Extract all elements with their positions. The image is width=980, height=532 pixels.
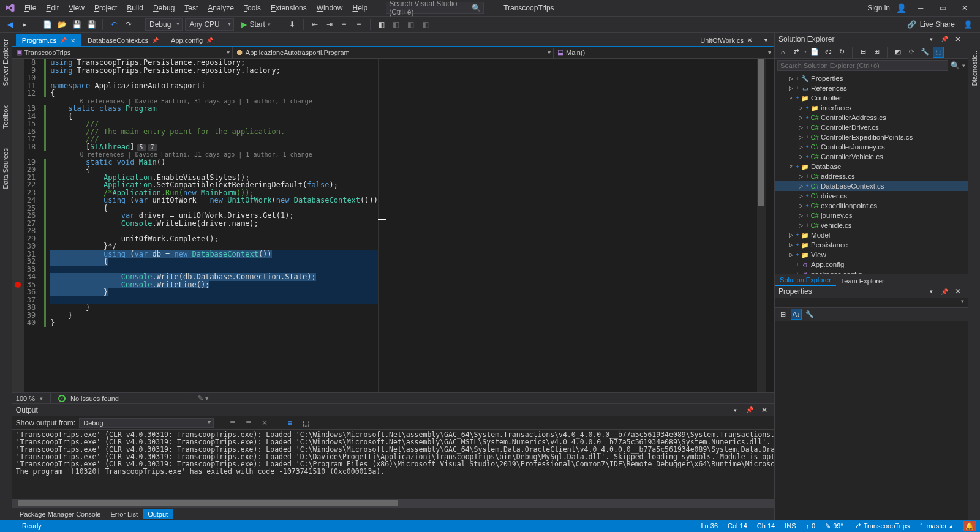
properties-grid[interactable] [775,321,968,520]
se-close-button[interactable]: ✕ [952,33,964,45]
output-close-button[interactable]: ✕ [758,404,771,416]
redo-button[interactable]: ↷ [123,18,135,31]
bottom-tab-error-list[interactable]: Error List [106,509,143,519]
prop-close-button[interactable]: ✕ [952,285,964,298]
tree-item-journey-cs[interactable]: ▷+C#journey.cs [775,211,968,220]
status-temp[interactable]: ✎ 99° [825,522,843,530]
close-icon[interactable]: ✕ [747,37,752,43]
expander-icon[interactable]: ▷ [797,183,804,189]
se-pin-button[interactable]: 📌 [938,33,951,45]
tree-item-driver-cs[interactable]: ▷+C#driver.cs [775,191,968,201]
expander-icon[interactable]: ▷ [797,154,804,160]
prop-dropdown-button[interactable]: ▾ [925,285,937,298]
expander-icon[interactable]: ▷ [797,173,804,179]
expander-icon[interactable]: ▷ [797,134,804,140]
close-icon[interactable]: ✕ [70,37,75,44]
indent-out-button[interactable]: ⇤ [309,18,321,31]
menu-test[interactable]: Test [179,1,203,15]
comment-button[interactable]: ≡ [338,18,350,31]
output-text[interactable]: 'TranscoopTrips.exe' (CLR v4.0.30319: Tr… [12,430,774,499]
se-track-button[interactable]: ⬚ [933,47,944,58]
se-switch-button[interactable]: ⇄ [791,47,802,58]
rail-diagnostics[interactable]: Diagnostic... [970,45,979,90]
expander-icon[interactable]: ▷ [787,242,794,248]
zoom-combo[interactable]: 100 % [16,395,35,402]
explorer-tab-team-explorer[interactable]: Team Explorer [836,276,889,286]
overview-ruler[interactable] [378,59,386,392]
output-tool-button[interactable]: ⬚ [300,417,312,429]
pen-icon[interactable]: ✎ ▾ [198,394,209,402]
save-button[interactable]: 💾 [70,18,83,31]
menu-build[interactable]: Build [122,1,148,15]
prop-cat-button[interactable]: ⊞ [777,309,788,320]
sign-in-link[interactable]: Sign in [867,4,890,12]
new-project-button[interactable]: 📄 [41,18,53,31]
se-showall-button[interactable]: ⊞ [871,47,882,58]
live-share-button[interactable]: Live Share [920,20,955,29]
expander-icon[interactable]: ▷ [797,124,804,130]
tree-item-databasecontext-cs[interactable]: ▷+C#DatabaseContext.cs [775,181,968,191]
pin-icon[interactable]: 📌 [206,37,213,43]
nav-fwd-button[interactable]: ▸ [18,18,31,31]
expander-icon[interactable]: ▷ [787,232,794,238]
nav-class-combo[interactable]: 🞦ApplicazioneAutotrasporti.Program [233,48,554,58]
prop-pin-button[interactable]: 📌 [938,285,951,298]
tab-unitofwork-cs[interactable]: UnitOfWork.cs✕ [694,34,758,46]
se-dropdown-button[interactable]: ▾ [925,33,937,45]
se-props-button[interactable]: 🔧 [919,47,930,58]
output-pin-button[interactable]: 📌 [744,404,756,416]
se-preview-button[interactable]: ⟳ [906,47,917,58]
bottom-tab-output[interactable]: Output [143,509,173,519]
tree-item-interfaces[interactable]: ▷+📁interfaces [775,103,968,113]
output-horizontal-scrollbar[interactable] [12,499,774,508]
status-publish[interactable]: ↑ 0 [806,522,816,530]
expander-icon[interactable]: ▷ [787,252,794,258]
menu-view[interactable]: View [64,1,89,15]
tab-overflow-button[interactable]: ▾ [760,34,772,46]
solution-explorer-search[interactable]: 🔍▾ [775,59,968,72]
tree-item-controllerexpeditionpoints-cs[interactable]: ▷+C#ControllerExpeditionPoints.cs [775,132,968,142]
undo-button[interactable]: ↶ [108,18,120,31]
menu-analyze[interactable]: Analyze [203,1,239,15]
save-all-button[interactable]: 💾 [85,18,97,31]
nav-back-button[interactable]: ◀ [4,18,16,31]
se-collapse-button[interactable]: ⊟ [858,47,869,58]
pin-icon[interactable]: 📌 [152,37,159,43]
start-debug-button[interactable]: ▶Start▾ [236,19,275,30]
feedback-icon[interactable]: 👤 [963,20,973,29]
menu-tools[interactable]: Tools [239,1,266,15]
status-branch[interactable]: ᚶ master ▴ [919,522,953,530]
explorer-tab-solution-explorer[interactable]: Solution Explorer [775,275,836,286]
expander-icon[interactable]: ▿ [787,95,794,101]
rail-toolbox[interactable]: Toolbox [1,102,10,132]
breakpoint-icon[interactable] [15,282,21,288]
open-file-button[interactable]: 📂 [56,18,68,31]
output-source-combo[interactable]: Debug [79,418,214,428]
user-icon[interactable]: 👤 [896,3,907,13]
expander-icon[interactable]: ▷ [797,193,804,199]
solution-platform-combo[interactable]: Any CPU [185,18,234,31]
menu-project[interactable]: Project [89,1,122,15]
tree-item-controller[interactable]: ▿+📁Controller [775,93,968,103]
indent-in-button[interactable]: ⇥ [323,18,336,31]
tree-item-address-cs[interactable]: ▷+C#address.cs [775,171,968,181]
expander-icon[interactable]: ▷ [797,105,804,111]
rail-server-explorer[interactable]: Server Explorer [1,36,10,89]
output-clear-button[interactable]: ✕ [258,417,271,429]
tab-databasecontext-cs[interactable]: DatabaseContext.cs📌 [81,34,165,46]
bottom-tab-package-manager-console[interactable]: Package Manager Console [15,509,106,519]
tree-item-controllerjourney-cs[interactable]: ▷+C#ControllerJourney.cs [775,142,968,152]
tree-item-controllervehicle-cs[interactable]: ▷+C#ControllerVehicle.cs [775,152,968,162]
status-notifications-icon[interactable]: 🔔 [963,521,976,531]
nav-member-combo[interactable]: ⬓Main() [554,47,774,58]
menu-file[interactable]: File [20,1,41,15]
expander-icon[interactable]: ▷ [787,85,794,91]
editor-vertical-scrollbar[interactable] [757,59,766,392]
pin-icon[interactable]: 📌 [60,37,67,43]
expander-icon[interactable]: ▷ [787,75,794,81]
output-find-button[interactable]: ≣ [227,417,239,429]
step-button[interactable]: ⬇ [286,18,298,31]
tree-item-model[interactable]: ▷+📁Model [775,230,968,240]
tree-item-controllerdriver-cs[interactable]: ▷+C#ControllerDriver.cs [775,122,968,132]
quick-launch-search[interactable]: Search Visual Studio (Ctrl+è) 🔍 [386,2,484,14]
